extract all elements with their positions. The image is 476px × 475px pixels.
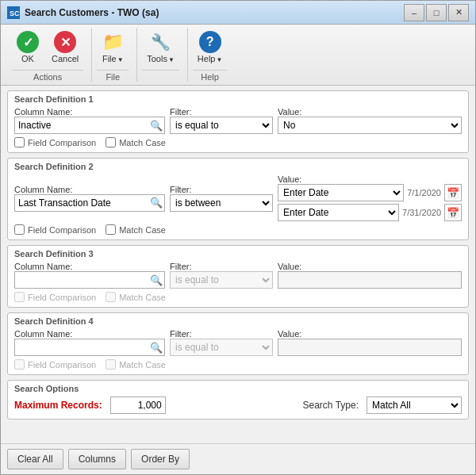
main-content: Search Definition 1 Column Name: 🔍 Filte…	[1, 86, 475, 443]
options-row-1: Field Comparison Match Case	[14, 137, 462, 147]
search-definition-3: Search Definition 3 Column Name: 🔍 Filte…	[7, 245, 469, 308]
col-name-input-4[interactable]: 🔍	[14, 339, 165, 356]
filter-select-1[interactable]: is equal to is not equal to is greater t…	[170, 117, 273, 134]
search-options-title: Search Options	[14, 384, 462, 393]
match-case-check-1[interactable]	[106, 137, 116, 147]
match-case-1[interactable]: Match Case	[106, 137, 166, 147]
search-definition-1: Search Definition 1 Column Name: 🔍 Filte…	[7, 90, 469, 153]
value-select-2a[interactable]: Enter Date	[278, 184, 404, 201]
field-comparison-check-4[interactable]	[14, 359, 25, 370]
ok-button[interactable]: ✓ OK	[12, 28, 44, 67]
col-search-btn-4[interactable]: 🔍	[148, 339, 164, 355]
col-name-input-2[interactable]: 🔍	[14, 194, 165, 212]
cancel-icon: ✕	[54, 31, 76, 53]
footer-bar: Clear All Columns Order By	[1, 443, 475, 474]
col-name-field-2[interactable]	[15, 195, 148, 211]
file-group-label: File	[97, 70, 129, 82]
file-label: File▼	[102, 54, 124, 63]
calendar-btn-2b[interactable]: 📅	[444, 204, 462, 221]
col-name-field-3[interactable]	[15, 272, 148, 288]
col-name-input-3[interactable]: 🔍	[14, 271, 165, 289]
actions-group: ✓ OK ✕ Cancel Actions	[7, 28, 92, 82]
main-window: SC Search Customers - TWO (sa) – □ ✕ ✓ O…	[0, 0, 476, 475]
max-records-input[interactable]	[110, 396, 166, 414]
date-value-2: 7/31/2020	[402, 208, 441, 217]
match-case-check-2[interactable]	[106, 224, 116, 235]
file-button[interactable]: 📁 File▼	[97, 28, 129, 67]
col-search-btn-3[interactable]: 🔍	[148, 272, 164, 288]
filter-select-2[interactable]: is equal to is not equal to is between i…	[170, 194, 273, 212]
field-comparison-check-3[interactable]	[14, 292, 25, 302]
filter-label-4: Filter:	[170, 329, 273, 339]
col-name-label-4: Column Name:	[14, 329, 165, 339]
match-case-3[interactable]: Match Case	[106, 292, 166, 302]
match-case-4[interactable]: Match Case	[106, 359, 166, 370]
filter-label-3: Filter:	[170, 262, 273, 271]
filter-label-1: Filter:	[170, 107, 273, 117]
search-options-section: Search Options Maximum Records: Search T…	[7, 380, 469, 419]
filter-label-2: Filter:	[170, 185, 273, 194]
col-name-field-4[interactable]	[15, 339, 148, 355]
filter-select-4[interactable]: is equal to	[170, 339, 273, 356]
options-row-3: Field Comparison Match Case	[14, 292, 462, 302]
match-case-2[interactable]: Match Case	[106, 224, 166, 235]
search-definition-2: Search Definition 2 Column Name: 🔍 Filte…	[7, 158, 469, 240]
columns-button[interactable]: Columns	[68, 449, 126, 469]
actions-group-label: Actions	[12, 70, 83, 82]
tools-button[interactable]: 🔧 Tools▼	[142, 28, 179, 67]
value-field-4[interactable]	[278, 339, 462, 356]
maximize-button[interactable]: □	[426, 4, 447, 21]
field-comparison-check-1[interactable]	[14, 137, 25, 147]
search-def-4-title: Search Definition 4	[14, 316, 462, 326]
help-button[interactable]: ? Help▼	[193, 28, 228, 67]
close-button[interactable]: ✕	[448, 4, 469, 21]
window-controls: – □ ✕	[404, 4, 469, 21]
search-definition-4: Search Definition 4 Column Name: 🔍 Filte…	[7, 312, 469, 375]
value-select-1[interactable]: No Yes	[278, 117, 462, 134]
order-by-button[interactable]: Order By	[131, 449, 190, 469]
cancel-label: Cancel	[52, 54, 79, 63]
svg-text:SC: SC	[10, 10, 19, 17]
search-def-3-title: Search Definition 3	[14, 249, 462, 259]
search-def-1-title: Search Definition 1	[14, 94, 462, 104]
col-name-label-3: Column Name:	[14, 262, 165, 271]
tools-group-label	[142, 70, 179, 82]
filter-select-3[interactable]: is equal to	[170, 271, 273, 289]
value-label-4: Value:	[278, 329, 462, 339]
clear-all-button[interactable]: Clear All	[7, 449, 63, 469]
tools-label: Tools▼	[147, 54, 175, 63]
field-comparison-check-2[interactable]	[14, 224, 25, 235]
col-name-input-1[interactable]: 🔍	[14, 117, 165, 134]
help-group-label: Help	[193, 70, 228, 82]
field-comparison-3[interactable]: Field Comparison	[14, 292, 96, 302]
value-label-2: Value:	[278, 174, 462, 184]
search-type-label: Search Type:	[303, 400, 359, 411]
value-label-3: Value:	[278, 262, 462, 271]
value-field-3[interactable]	[278, 271, 462, 289]
field-comparison-2[interactable]: Field Comparison	[14, 224, 96, 235]
tools-icon: 🔧	[150, 31, 172, 53]
date-value-1: 7/1/2020	[407, 188, 441, 197]
minimize-button[interactable]: –	[404, 4, 424, 21]
ok-label: OK	[21, 54, 34, 63]
help-label: Help▼	[198, 54, 223, 63]
col-search-btn-1[interactable]: 🔍	[148, 117, 164, 133]
value-select-2b[interactable]: Enter Date	[278, 204, 399, 221]
search-type-select[interactable]: Match All Match Any	[367, 396, 462, 414]
file-group: 📁 File▼ File	[92, 28, 137, 82]
col-name-field-1[interactable]	[15, 117, 148, 133]
help-group: ? Help▼ Help	[188, 28, 236, 82]
match-case-check-4[interactable]	[106, 359, 116, 370]
app-icon: SC	[7, 6, 20, 19]
help-icon: ?	[199, 31, 221, 53]
value-label-1: Value:	[278, 107, 462, 117]
options-row-2: Field Comparison Match Case	[14, 224, 462, 235]
ok-icon: ✓	[17, 31, 39, 53]
cancel-button[interactable]: ✕ Cancel	[47, 28, 83, 67]
col-search-btn-2[interactable]: 🔍	[148, 195, 164, 211]
col-name-label-2: Column Name:	[14, 185, 165, 194]
field-comparison-1[interactable]: Field Comparison	[14, 137, 96, 147]
match-case-check-3[interactable]	[106, 292, 116, 302]
calendar-btn-2a[interactable]: 📅	[444, 184, 462, 201]
field-comparison-4[interactable]: Field Comparison	[14, 359, 96, 370]
